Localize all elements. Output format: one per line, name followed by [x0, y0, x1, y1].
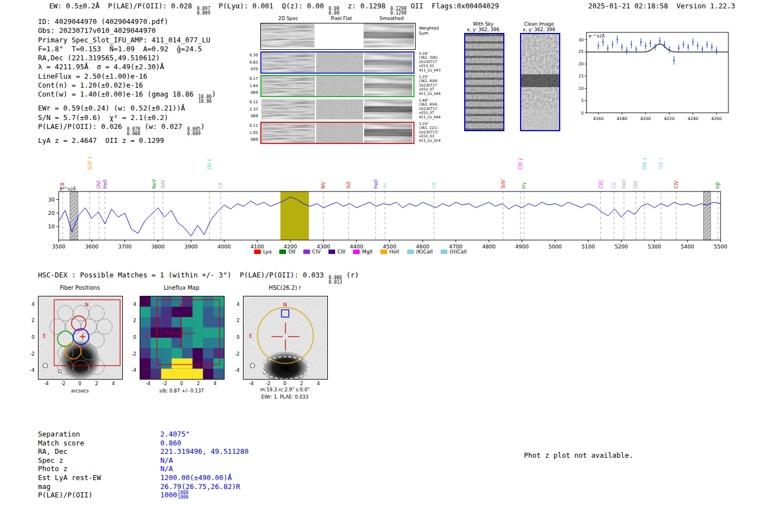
svg-text:4160: 4160	[593, 116, 604, 121]
svg-text:30: 30	[578, 37, 584, 42]
legend-swatch	[407, 250, 414, 254]
row3-right-labels: 1.48"(362, 404)20230717v010_07411_LU_044	[419, 99, 441, 119]
row4-right-labels: 1.29"(361, 221)20230717/v010_03411_LU_02…	[419, 122, 441, 143]
svg-text:CII: CII	[218, 183, 223, 189]
row1-cutouts	[260, 51, 414, 74]
svg-text:NeV: NeV	[151, 179, 157, 189]
row3-pixel-flat-image	[316, 99, 363, 119]
table-row: Photo zN/A	[38, 464, 249, 473]
row1-right-labels: 0.26"(362, 396)20230717v010_01411_LU_043	[419, 52, 441, 73]
row2-2d-spec-image	[261, 76, 315, 96]
svg-text:5400: 5400	[681, 243, 694, 250]
row4-left-labels: 0.111.05089	[244, 122, 258, 143]
svg-text:5200: 5200	[614, 243, 628, 250]
summary-ew-plae: EW: 0.5±0.2Å P(LAE)/P(OII): 0.028	[49, 2, 196, 10]
hsc-overlay: N E	[244, 296, 327, 379]
svg-text:5100: 5100	[581, 243, 595, 250]
legend-item: CIV	[303, 249, 321, 255]
svg-text:CII: CII	[611, 183, 617, 189]
weighted-smoothed-image	[364, 23, 414, 47]
weighted-2d-spec-image	[261, 23, 314, 47]
lineflux-map-panel: N E	[140, 296, 225, 380]
svg-text:4000: 4000	[217, 243, 231, 250]
info-id: ID: 4029044970 (4029044970.pdf)	[38, 17, 216, 26]
svg-text:CIII {: CIII {	[518, 157, 523, 170]
timestamp-version: 2025-01-21 02:18:58 Version 1.22.3	[588, 2, 735, 10]
hsc-caption-1: m:19.3 rc:2.9" s:0.0"	[237, 387, 332, 392]
photz-note: Phot z plot not available.	[524, 451, 633, 459]
svg-text:Hγ: Hγ	[521, 183, 527, 189]
svg-text:CIV: CIV	[674, 181, 679, 189]
match-table: Separation2.4075" Match score0.860 RA, D…	[38, 430, 249, 500]
fiber-positions-title: Fiber Positions	[38, 285, 122, 291]
svg-text:3700: 3700	[118, 243, 131, 250]
svg-text:OII {: OII {	[207, 159, 212, 170]
fiber-xlabel: arcsecs	[32, 388, 127, 394]
row3-cutouts	[260, 98, 414, 121]
svg-text:Hβ: Hβ	[715, 182, 721, 189]
with-sky-noise	[465, 34, 503, 130]
legend-item: HeII	[380, 249, 399, 255]
svg-text:5300: 5300	[647, 243, 661, 250]
with-sky-image	[464, 33, 504, 131]
svg-text:CII]: CII]	[598, 181, 604, 189]
info-lineflux: LineFlux = 2.50(±1.00)e-16	[38, 72, 216, 81]
row4-smoothed-image	[364, 123, 412, 143]
svg-text:HeII: HeII	[102, 179, 108, 189]
row2-smoothed-image	[364, 76, 412, 96]
summary-header: EW: 0.5±0.2Å P(LAE)/P(OII): 0.028 0.0970…	[49, 2, 499, 16]
plae-ratio-uncertainty: 10001000	[178, 491, 188, 500]
hsc-r-title: HSC(26.2) r	[243, 285, 327, 291]
legend-swatch	[303, 250, 310, 254]
fiber-positions-panel: N E	[38, 296, 123, 380]
plae-uncertainty: 0.0970.009	[197, 7, 210, 16]
hsc-north-label: N	[283, 302, 287, 308]
qz-uncertainty: 0.000.00	[328, 7, 339, 16]
row1-smoothed-image	[364, 52, 412, 73]
row4-2d-spec-image	[261, 123, 315, 143]
svg-text:4240: 4240	[688, 116, 698, 121]
svg-text:NV: NV	[321, 182, 326, 189]
z-uncertainty: 0.12980.1298	[390, 7, 407, 16]
fiber-east-label: E	[43, 333, 46, 339]
svg-text:HeII: HeII	[621, 179, 627, 189]
info-ewr: EWr = 0.59(±0.24) (w: 0.52(±0.21))Å	[38, 104, 216, 113]
svg-text:SiIV: SiIV	[500, 180, 506, 189]
svg-text:e⁻¹⁷x2Å: e⁻¹⁷x2Å	[60, 186, 77, 191]
svg-text:OVI: OVI	[96, 180, 102, 189]
row4-cutouts	[260, 122, 414, 144]
lineflux-overlay: N E	[140, 296, 224, 379]
svg-text:0: 0	[581, 111, 584, 116]
table-row: RA, Dec221.319496, 49.511280	[38, 447, 249, 456]
legend-item: Lyα	[254, 249, 271, 255]
info-plae: P(LAE)/P(OII): 0.026 0.0780.008 (w: 0.02…	[38, 122, 216, 136]
svg-text:4220: 4220	[664, 116, 675, 121]
full-spectrum-chart: 3500360037003800390040004100420043004400…	[32, 142, 732, 253]
weighted-sum-label: Weighted Sum	[419, 26, 445, 36]
lineflux-east-label: E	[146, 333, 149, 339]
weighted-pixel-flat-blank	[314, 23, 364, 49]
svg-text:Hε: Hε	[382, 183, 388, 189]
svg-text:30: 30	[48, 196, 55, 203]
legend-item: CIII	[328, 249, 345, 255]
fiber-overlay: N E	[39, 296, 122, 379]
svg-text:4200: 4200	[640, 116, 651, 121]
svg-text:e⁻¹⁷x2Å: e⁻¹⁷x2Å	[589, 33, 605, 39]
row2-right-labels: 1.25"(362, 404)20230717v010_07411_LU_044	[419, 75, 441, 96]
svg-text:15: 15	[578, 74, 584, 79]
clean-image-light-band	[521, 109, 559, 130]
plae-uncertainty-2: 0.0780.008	[127, 127, 140, 136]
svg-text:10: 10	[48, 223, 55, 229]
summary-plya-qz: P(Lyα): 0.001 Q(z): 0.00	[211, 2, 328, 10]
source-info-block: ID: 4029044970 (4029044970.pdf) Obs: 202…	[38, 17, 216, 145]
match-plae-uncertainty: 0.0860.013	[328, 276, 342, 285]
legend-swatch	[441, 250, 447, 254]
svg-text:3600: 3600	[85, 243, 98, 250]
line-fit-inset-chart: 416041804200422042404260051015202530e⁻¹⁷…	[570, 28, 733, 124]
info-primary-spec: Primary Spec_Slot_IFU_AMP: 411_014_077_L…	[38, 36, 216, 45]
svg-text:4180: 4180	[617, 116, 627, 121]
gmag-uncertainty: 18.8618.86	[198, 95, 212, 104]
with-sky-title: With Skyx, y: 362, 396	[464, 21, 503, 32]
row1-pixel-flat-image	[316, 52, 363, 73]
col-header-2d-spec: 2D Spec	[260, 16, 316, 21]
